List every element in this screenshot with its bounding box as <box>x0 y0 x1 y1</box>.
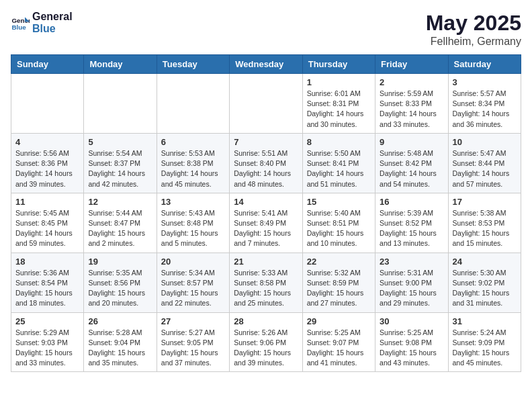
calendar-cell: 19Sunrise: 5:35 AM Sunset: 8:56 PM Dayli… <box>84 253 157 312</box>
calendar-cell: 7Sunrise: 5:51 AM Sunset: 8:40 PM Daylig… <box>230 133 302 193</box>
day-number: 28 <box>234 316 298 326</box>
day-number: 14 <box>234 197 298 207</box>
logo: General Blue General Blue <box>11 11 73 34</box>
calendar-cell: 12Sunrise: 5:44 AM Sunset: 8:47 PM Dayli… <box>84 193 157 253</box>
calendar-cell: 24Sunrise: 5:30 AM Sunset: 9:02 PM Dayli… <box>448 253 521 312</box>
day-info: Sunrise: 5:39 AM Sunset: 8:52 PM Dayligh… <box>380 208 443 249</box>
calendar-cell <box>157 74 229 134</box>
calendar-cell <box>84 74 157 134</box>
calendar-cell: 22Sunrise: 5:32 AM Sunset: 8:59 PM Dayli… <box>302 253 375 312</box>
calendar-cell: 17Sunrise: 5:38 AM Sunset: 8:53 PM Dayli… <box>448 193 521 253</box>
day-number: 21 <box>234 257 298 267</box>
day-info: Sunrise: 5:27 AM Sunset: 9:05 PM Dayligh… <box>161 328 225 369</box>
day-number: 10 <box>453 137 517 147</box>
page-header: General Blue General Blue May 2025 Fellh… <box>11 11 521 48</box>
calendar-cell: 3Sunrise: 5:57 AM Sunset: 8:34 PM Daylig… <box>448 74 521 134</box>
day-info: Sunrise: 5:35 AM Sunset: 8:56 PM Dayligh… <box>88 268 152 309</box>
day-number: 18 <box>15 257 79 267</box>
calendar-cell: 6Sunrise: 5:53 AM Sunset: 8:38 PM Daylig… <box>157 133 229 193</box>
month-year: May 2025 <box>426 11 521 36</box>
day-number: 27 <box>161 316 225 326</box>
day-number: 13 <box>161 197 225 207</box>
week-row-5: 25Sunrise: 5:29 AM Sunset: 9:03 PM Dayli… <box>11 312 521 372</box>
day-info: Sunrise: 5:28 AM Sunset: 9:04 PM Dayligh… <box>88 328 152 369</box>
day-number: 23 <box>380 257 443 267</box>
title-block: May 2025 Fellheim, Germany <box>426 11 521 48</box>
day-number: 3 <box>453 77 517 87</box>
day-number: 16 <box>380 197 443 207</box>
calendar-cell: 11Sunrise: 5:45 AM Sunset: 8:45 PM Dayli… <box>11 193 84 253</box>
calendar-cell: 25Sunrise: 5:29 AM Sunset: 9:03 PM Dayli… <box>11 312 84 372</box>
day-info: Sunrise: 6:01 AM Sunset: 8:31 PM Dayligh… <box>307 89 371 130</box>
calendar-cell: 27Sunrise: 5:27 AM Sunset: 9:05 PM Dayli… <box>157 312 229 372</box>
calendar-cell: 14Sunrise: 5:41 AM Sunset: 8:49 PM Dayli… <box>230 193 302 253</box>
day-info: Sunrise: 5:36 AM Sunset: 8:54 PM Dayligh… <box>15 268 79 309</box>
calendar-cell: 23Sunrise: 5:31 AM Sunset: 9:00 PM Dayli… <box>375 253 448 312</box>
calendar-cell: 31Sunrise: 5:24 AM Sunset: 9:09 PM Dayli… <box>448 312 521 372</box>
week-row-2: 4Sunrise: 5:56 AM Sunset: 8:36 PM Daylig… <box>11 133 521 193</box>
weekday-header-thursday: Thursday <box>302 55 375 74</box>
day-number: 29 <box>307 316 371 326</box>
weekday-header-tuesday: Tuesday <box>157 55 229 74</box>
day-info: Sunrise: 5:41 AM Sunset: 8:49 PM Dayligh… <box>234 208 298 249</box>
day-info: Sunrise: 5:33 AM Sunset: 8:58 PM Dayligh… <box>234 268 298 309</box>
day-number: 22 <box>307 257 371 267</box>
logo-blue-text: Blue <box>32 23 73 35</box>
logo-icon: General Blue <box>11 13 30 32</box>
weekday-header-sunday: Sunday <box>11 55 84 74</box>
day-info: Sunrise: 5:43 AM Sunset: 8:48 PM Dayligh… <box>161 208 225 249</box>
day-info: Sunrise: 5:48 AM Sunset: 8:42 PM Dayligh… <box>380 148 443 189</box>
calendar-cell: 13Sunrise: 5:43 AM Sunset: 8:48 PM Dayli… <box>157 193 229 253</box>
calendar-cell: 9Sunrise: 5:48 AM Sunset: 8:42 PM Daylig… <box>375 133 448 193</box>
day-info: Sunrise: 5:47 AM Sunset: 8:44 PM Dayligh… <box>453 148 517 189</box>
day-info: Sunrise: 5:26 AM Sunset: 9:06 PM Dayligh… <box>234 328 298 369</box>
day-number: 20 <box>161 257 225 267</box>
weekday-header-friday: Friday <box>375 55 448 74</box>
weekday-header-saturday: Saturday <box>448 55 521 74</box>
day-info: Sunrise: 5:24 AM Sunset: 9:09 PM Dayligh… <box>453 328 517 369</box>
week-row-3: 11Sunrise: 5:45 AM Sunset: 8:45 PM Dayli… <box>11 193 521 253</box>
day-info: Sunrise: 5:25 AM Sunset: 9:07 PM Dayligh… <box>307 328 371 369</box>
week-row-4: 18Sunrise: 5:36 AM Sunset: 8:54 PM Dayli… <box>11 253 521 312</box>
day-number: 5 <box>88 137 152 147</box>
location: Fellheim, Germany <box>426 36 521 48</box>
calendar-cell: 15Sunrise: 5:40 AM Sunset: 8:51 PM Dayli… <box>302 193 375 253</box>
day-info: Sunrise: 5:44 AM Sunset: 8:47 PM Dayligh… <box>88 208 152 249</box>
day-number: 19 <box>88 257 152 267</box>
day-info: Sunrise: 5:56 AM Sunset: 8:36 PM Dayligh… <box>15 148 79 189</box>
day-info: Sunrise: 5:34 AM Sunset: 8:57 PM Dayligh… <box>161 268 225 309</box>
day-number: 26 <box>88 316 152 326</box>
svg-text:Blue: Blue <box>11 23 26 30</box>
day-info: Sunrise: 5:30 AM Sunset: 9:02 PM Dayligh… <box>453 268 517 309</box>
calendar-cell: 2Sunrise: 5:59 AM Sunset: 8:33 PM Daylig… <box>375 74 448 134</box>
calendar-cell: 18Sunrise: 5:36 AM Sunset: 8:54 PM Dayli… <box>11 253 84 312</box>
calendar-cell: 1Sunrise: 6:01 AM Sunset: 8:31 PM Daylig… <box>302 74 375 134</box>
calendar-cell: 26Sunrise: 5:28 AM Sunset: 9:04 PM Dayli… <box>84 312 157 372</box>
calendar-cell: 28Sunrise: 5:26 AM Sunset: 9:06 PM Dayli… <box>230 312 302 372</box>
day-info: Sunrise: 5:50 AM Sunset: 8:41 PM Dayligh… <box>307 148 371 189</box>
calendar-cell: 30Sunrise: 5:25 AM Sunset: 9:08 PM Dayli… <box>375 312 448 372</box>
day-number: 4 <box>15 137 79 147</box>
calendar-cell <box>11 74 84 134</box>
day-info: Sunrise: 5:32 AM Sunset: 8:59 PM Dayligh… <box>307 268 371 309</box>
day-info: Sunrise: 5:53 AM Sunset: 8:38 PM Dayligh… <box>161 148 225 189</box>
day-number: 25 <box>15 316 79 326</box>
day-number: 17 <box>453 197 517 207</box>
logo-general-text: General <box>32 11 73 23</box>
week-row-1: 1Sunrise: 6:01 AM Sunset: 8:31 PM Daylig… <box>11 74 521 134</box>
calendar-cell: 8Sunrise: 5:50 AM Sunset: 8:41 PM Daylig… <box>302 133 375 193</box>
weekday-header-wednesday: Wednesday <box>230 55 302 74</box>
day-info: Sunrise: 5:59 AM Sunset: 8:33 PM Dayligh… <box>380 89 443 130</box>
day-number: 30 <box>380 316 443 326</box>
day-info: Sunrise: 5:51 AM Sunset: 8:40 PM Dayligh… <box>234 148 298 189</box>
weekday-header-row: SundayMondayTuesdayWednesdayThursdayFrid… <box>11 55 521 74</box>
day-number: 9 <box>380 137 443 147</box>
day-number: 31 <box>453 316 517 326</box>
calendar-cell: 21Sunrise: 5:33 AM Sunset: 8:58 PM Dayli… <box>230 253 302 312</box>
day-info: Sunrise: 5:29 AM Sunset: 9:03 PM Dayligh… <box>15 328 79 369</box>
day-number: 15 <box>307 197 371 207</box>
day-number: 7 <box>234 137 298 147</box>
day-info: Sunrise: 5:54 AM Sunset: 8:37 PM Dayligh… <box>88 148 152 189</box>
day-info: Sunrise: 5:25 AM Sunset: 9:08 PM Dayligh… <box>380 328 443 369</box>
day-number: 6 <box>161 137 225 147</box>
